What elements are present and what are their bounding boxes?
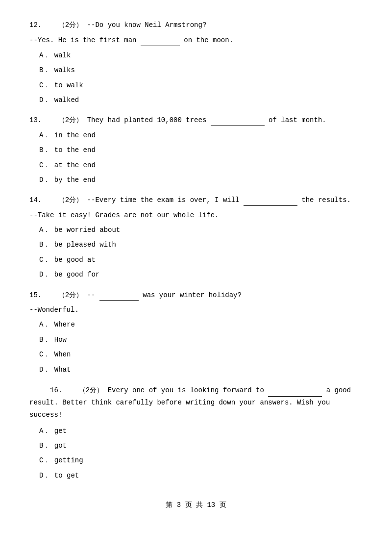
question-14-option-b-text: be pleased with xyxy=(54,241,116,249)
question-13-option-c: C． at the end xyxy=(29,160,363,171)
question-14-option-d-label: D． xyxy=(39,271,50,278)
question-12: 12. （2分） --Do you know Neil Armstrong? -… xyxy=(29,20,363,105)
question-12-stem: 12. （2分） --Do you know Neil Armstrong? xyxy=(29,20,363,30)
question-15-blank xyxy=(99,289,139,301)
question-12-points: （2分） xyxy=(58,21,83,29)
question-16-option-c-label: C． xyxy=(39,456,50,464)
question-12-text: --Do you know Neil Armstrong? xyxy=(87,21,207,29)
footer-text: 第 3 页 共 13 页 xyxy=(166,501,226,509)
question-12-option-a: A． walk xyxy=(29,50,363,61)
question-14-option-c-text: be good at xyxy=(54,256,96,264)
question-13-after: of last month. xyxy=(269,116,326,124)
question-16-option-c: C． getting xyxy=(29,455,363,466)
question-12-number: 12. xyxy=(29,21,42,29)
question-15-option-c-text: When xyxy=(54,351,71,358)
question-14-number: 14. xyxy=(29,196,42,204)
question-13-option-b-label: B． xyxy=(39,146,50,154)
question-12-blank xyxy=(141,34,180,46)
question-12-dialog: --Yes. He is the first man on the moon. xyxy=(29,34,363,46)
question-12-option-d-text: walked xyxy=(54,96,79,104)
question-14-blank xyxy=(244,194,297,205)
question-15-dialog: --Wonderful. xyxy=(29,304,363,315)
question-16-option-b: B． got xyxy=(29,440,363,451)
question-14-points: （2分） xyxy=(58,196,83,204)
question-16-option-d-text: to get xyxy=(54,472,79,479)
question-15-option-d-label: D． xyxy=(39,366,50,374)
question-15-option-a-text: Where xyxy=(54,321,75,328)
question-13-number: 13. xyxy=(29,116,42,124)
question-12-option-d: D． walked xyxy=(29,95,363,105)
page-footer: 第 3 页 共 13 页 xyxy=(29,501,363,509)
question-14-dialog: --Take it easy! Grades are not our whole… xyxy=(29,210,363,221)
question-15-after: was your winter holiday? xyxy=(143,291,242,299)
question-12-option-b: B． walks xyxy=(29,65,363,76)
question-15-option-b-label: B． xyxy=(39,336,50,344)
question-13-points: （2分） xyxy=(58,116,83,124)
question-15-option-a: A． Where xyxy=(29,319,363,330)
question-14-dialog-text: --Take it easy! Grades are not our whole… xyxy=(29,211,219,219)
question-14-text: --Every time the exam is over, I will xyxy=(87,196,240,204)
question-13: 13. （2分） They had planted 10,000 trees o… xyxy=(29,114,363,185)
question-14-option-c: C． be good at xyxy=(29,254,363,265)
question-12-option-c: C． to walk xyxy=(29,80,363,91)
question-12-option-d-label: D． xyxy=(39,96,50,104)
question-14-option-d: D． be good for xyxy=(29,269,363,280)
question-15: 15. （2分） -- was your winter holiday? --W… xyxy=(29,289,363,375)
question-12-option-a-text: walk xyxy=(54,51,71,59)
question-13-option-c-label: C． xyxy=(39,161,50,169)
question-13-option-d-label: D． xyxy=(39,176,50,184)
question-15-option-b-text: How xyxy=(54,336,67,344)
question-15-number: 15. xyxy=(29,291,42,299)
question-16-option-b-label: B． xyxy=(39,442,50,450)
question-16-option-c-text: getting xyxy=(54,456,83,464)
question-15-option-d: D． What xyxy=(29,364,363,375)
question-16-option-b-text: got xyxy=(54,442,67,450)
question-14-option-b: B． be pleased with xyxy=(29,239,363,250)
question-12-option-c-label: C． xyxy=(39,81,50,89)
question-13-stem: 13. （2分） They had planted 10,000 trees o… xyxy=(29,114,363,126)
question-12-option-a-label: A． xyxy=(39,51,50,59)
question-15-option-d-text: What xyxy=(54,366,71,374)
question-13-option-a: A． in the end xyxy=(29,130,363,141)
question-16-text: Every one of you is looking forward to xyxy=(108,386,264,394)
question-15-dash: -- xyxy=(87,291,99,299)
question-14-option-c-label: C． xyxy=(39,256,50,264)
question-13-blank xyxy=(211,114,265,126)
question-13-option-b: B． to the end xyxy=(29,145,363,155)
question-13-option-a-text: in the end xyxy=(54,131,96,139)
question-14-option-a-label: A． xyxy=(39,226,50,234)
question-15-option-c: C． When xyxy=(29,349,363,360)
question-13-option-d-text: by the end xyxy=(54,176,96,184)
question-14-option-a: A． be worried about xyxy=(29,225,363,235)
question-15-option-a-label: A． xyxy=(39,321,50,328)
question-16-stem: 16. （2分） Every one of you is looking for… xyxy=(29,384,363,422)
question-16-option-a-label: A． xyxy=(39,427,50,435)
question-16: 16. （2分） Every one of you is looking for… xyxy=(29,384,363,481)
question-13-option-c-text: at the end xyxy=(54,161,96,169)
question-12-option-b-text: walks xyxy=(54,66,75,74)
question-14-stem: 14. （2分） --Every time the exam is over, … xyxy=(29,194,363,205)
question-13-option-b-text: to the end xyxy=(54,146,96,154)
question-14-option-b-label: B． xyxy=(39,241,50,249)
question-14-after: the results. xyxy=(301,196,351,204)
question-15-dialog-text: --Wonderful. xyxy=(29,306,79,314)
question-14-option-a-text: be worried about xyxy=(54,226,120,234)
question-14-option-d-text: be good for xyxy=(54,271,99,278)
question-16-option-a: A． get xyxy=(29,426,363,436)
question-16-number: 16. xyxy=(50,386,62,394)
question-13-option-a-label: A． xyxy=(39,131,50,139)
question-14: 14. （2分） --Every time the exam is over, … xyxy=(29,194,363,280)
question-15-option-b: B． How xyxy=(29,334,363,345)
question-16-option-d-label: D． xyxy=(39,472,50,479)
question-13-text: They had planted 10,000 trees xyxy=(87,116,207,124)
question-13-option-d: D． by the end xyxy=(29,175,363,185)
question-16-option-d: D． to get xyxy=(29,470,363,481)
question-15-option-c-label: C． xyxy=(39,351,50,358)
question-16-option-a-text: get xyxy=(54,427,67,435)
question-12-dialog-text: --Yes. He is the first man xyxy=(29,36,136,44)
question-15-stem: 15. （2分） -- was your winter holiday? xyxy=(29,289,363,301)
question-12-dialog-after: on the moon. xyxy=(184,36,233,44)
question-12-option-b-label: B． xyxy=(39,66,50,74)
question-16-blank xyxy=(268,384,322,397)
question-16-points: （2分） xyxy=(79,386,103,394)
